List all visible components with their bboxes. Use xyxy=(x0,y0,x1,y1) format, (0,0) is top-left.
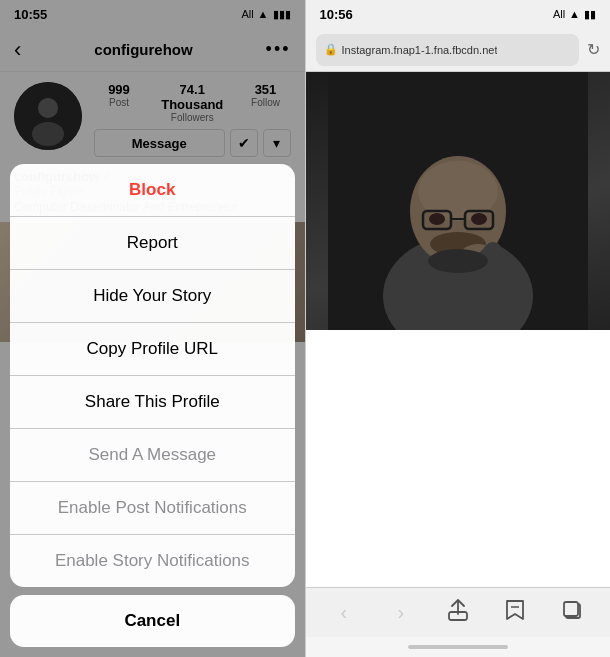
share-icon-browser xyxy=(448,599,468,626)
reload-button[interactable]: ↻ xyxy=(587,40,600,59)
left-panel: 10:55 All ▲ ▮▮▮ ‹ configurehow ••• 999 P… xyxy=(0,0,305,657)
wifi-icon-right: ▲ xyxy=(569,8,580,20)
action-sheet-menu: Block Report Hide Your Story Copy Profil… xyxy=(10,164,295,587)
photo-container xyxy=(306,72,611,330)
action-story-notifications[interactable]: Enable Story Notifications xyxy=(10,535,295,587)
home-indicator xyxy=(306,637,611,657)
action-hide-story[interactable]: Hide Your Story xyxy=(10,270,295,323)
tabs-icon-browser xyxy=(562,600,582,625)
action-block[interactable]: Block xyxy=(10,164,295,217)
svg-point-13 xyxy=(471,213,487,225)
back-icon-browser: ‹ xyxy=(341,601,348,624)
action-report[interactable]: Report xyxy=(10,217,295,270)
person-photo xyxy=(306,72,611,330)
bookmarks-button-browser[interactable] xyxy=(497,595,533,631)
forward-button-browser[interactable]: › xyxy=(383,595,419,631)
status-bar-right: 10:56 All ▲ ▮▮ xyxy=(306,0,611,28)
browser-toolbar: ‹ › xyxy=(306,587,611,637)
cancel-button[interactable]: Cancel xyxy=(10,595,295,647)
action-sheet-overlay[interactable]: Block Report Hide Your Story Copy Profil… xyxy=(0,0,305,657)
url-bar[interactable]: 🔒 Instagram.fnap1-1.fna.fbcdn.net xyxy=(316,34,580,66)
lock-icon: 🔒 xyxy=(324,43,338,56)
action-share-profile[interactable]: Share This Profile xyxy=(10,376,295,429)
share-button-browser[interactable] xyxy=(440,595,476,631)
back-button-browser[interactable]: ‹ xyxy=(326,595,362,631)
svg-point-15 xyxy=(428,249,488,273)
right-panel: 10:56 All ▲ ▮▮ 🔒 Instagram.fnap1-1.fna.f… xyxy=(306,0,611,657)
action-copy-url[interactable]: Copy Profile URL xyxy=(10,323,295,376)
url-text: Instagram.fnap1-1.fna.fbcdn.net xyxy=(342,44,498,56)
status-time-right: 10:56 xyxy=(320,7,353,22)
browser-content-area xyxy=(306,330,611,588)
action-sheet: Block Report Hide Your Story Copy Profil… xyxy=(0,164,305,657)
svg-rect-19 xyxy=(564,602,578,616)
browser-bar: 🔒 Instagram.fnap1-1.fna.fbcdn.net ↻ xyxy=(306,28,611,72)
bookmarks-icon-browser xyxy=(505,599,525,626)
forward-icon-browser: › xyxy=(397,601,404,624)
action-send-message[interactable]: Send A Message xyxy=(10,429,295,482)
home-bar xyxy=(408,645,508,649)
action-post-notifications[interactable]: Enable Post Notifications xyxy=(10,482,295,535)
tabs-button-browser[interactable] xyxy=(554,595,590,631)
battery-icon-right: ▮▮ xyxy=(584,8,596,21)
status-icons-right: All ▲ ▮▮ xyxy=(553,8,596,21)
svg-point-12 xyxy=(429,213,445,225)
person-image xyxy=(328,72,588,330)
carrier-right: All xyxy=(553,8,565,20)
